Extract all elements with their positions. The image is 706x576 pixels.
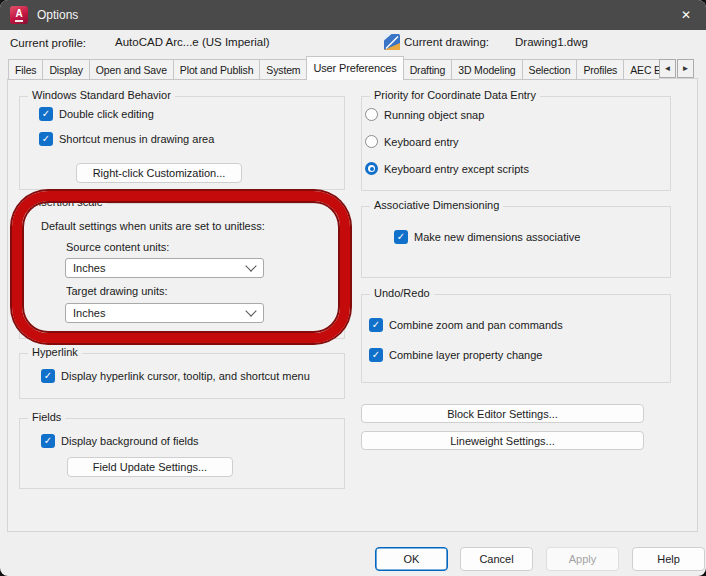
insertion-scale-description: Default settings when units are set to u… xyxy=(41,220,265,232)
arrow-right-icon: ► xyxy=(682,64,690,73)
chevron-down-icon xyxy=(245,305,256,316)
checkbox-make-new-dimensions-associative[interactable]: ✓ xyxy=(394,230,408,244)
group-title-priority: Priority for Coordinate Data Entry xyxy=(370,89,540,101)
source-content-units-label: Source content units: xyxy=(66,241,169,253)
checkbox-combine-zoom-pan[interactable]: ✓ xyxy=(369,318,383,332)
chevron-down-icon xyxy=(245,260,256,271)
tab-selection[interactable]: Selection xyxy=(522,59,578,80)
autocad-logo-underline xyxy=(15,20,23,22)
checkbox-row-make-new-dimensions-associative[interactable]: ✓ Make new dimensions associative xyxy=(394,230,580,244)
ok-button[interactable]: OK xyxy=(375,547,448,571)
tab-scroll-right-button[interactable]: ► xyxy=(677,59,694,78)
select-value: Inches xyxy=(73,262,105,274)
tab-files[interactable]: Files xyxy=(8,59,43,80)
tab-open-and-save[interactable]: Open and Save xyxy=(89,59,174,80)
group-fields: Fields xyxy=(19,418,345,489)
drawing-file-icon xyxy=(384,34,400,50)
checkbox-row-combine-zoom-pan[interactable]: ✓ Combine zoom and pan commands xyxy=(369,318,563,332)
tab-drafting[interactable]: Drafting xyxy=(403,59,453,80)
cancel-button[interactable]: Cancel xyxy=(460,547,533,571)
checkbox-hyperlink-cursor[interactable]: ✓ xyxy=(41,369,55,383)
checkbox-display-background-of-fields[interactable]: ✓ xyxy=(41,434,55,448)
radio-row-running-object-snap[interactable]: Running object snap xyxy=(365,108,484,121)
group-undo-redo: Undo/Redo xyxy=(361,294,671,383)
check-icon: ✓ xyxy=(372,350,380,360)
radio-row-keyboard-entry-except-scripts[interactable]: Keyboard entry except scripts xyxy=(365,162,529,175)
checkbox-row-combine-layer-property[interactable]: ✓ Combine layer property change xyxy=(369,348,542,362)
group-title-insertion-scale: Insertion scale xyxy=(28,196,107,208)
radio-keyboard-entry-except-scripts[interactable] xyxy=(365,162,378,175)
title-bar: A Options ✕ xyxy=(0,0,706,30)
checkbox-label: Combine layer property change xyxy=(389,349,542,361)
radio-label: Keyboard entry except scripts xyxy=(384,163,529,175)
tab-display[interactable]: Display xyxy=(42,59,89,80)
current-profile-label: Current profile: xyxy=(10,37,86,49)
checkbox-label: Combine zoom and pan commands xyxy=(389,319,563,331)
check-icon: ✓ xyxy=(44,371,52,381)
tab-aec-editor[interactable]: AEC E xyxy=(623,59,659,80)
check-icon: ✓ xyxy=(42,109,50,119)
checkbox-row-shortcut-menus[interactable]: ✓ Shortcut menus in drawing area xyxy=(39,132,214,146)
apply-button[interactable]: Apply xyxy=(546,547,619,571)
radio-keyboard-entry[interactable] xyxy=(365,135,378,148)
current-drawing-value: Drawing1.dwg xyxy=(515,36,588,48)
radio-dot xyxy=(370,167,374,171)
checkbox-shortcut-menus[interactable]: ✓ xyxy=(39,132,53,146)
tab-plot-and-publish[interactable]: Plot and Publish xyxy=(173,59,260,80)
group-title-fields: Fields xyxy=(28,411,65,423)
check-icon: ✓ xyxy=(397,232,405,242)
radio-label: Running object snap xyxy=(384,109,484,121)
current-drawing-label: Current drawing: xyxy=(404,36,489,48)
checkbox-label: Double click editing xyxy=(59,108,154,120)
tab-strip: Files Display Open and Save Plot and Pub… xyxy=(7,56,659,80)
checkbox-row-hyperlink-cursor[interactable]: ✓ Display hyperlink cursor, tooltip, and… xyxy=(41,369,310,383)
checkbox-double-click-editing[interactable]: ✓ xyxy=(39,107,53,121)
target-drawing-units-select[interactable]: Inches xyxy=(65,303,264,323)
select-value: Inches xyxy=(73,307,105,319)
current-profile-value: AutoCAD Arc...e (US Imperial) xyxy=(115,36,270,48)
autocad-logo-icon: A xyxy=(10,6,28,24)
group-title-associative-dimensioning: Associative Dimensioning xyxy=(370,199,503,211)
checkbox-row-display-background-of-fields[interactable]: ✓ Display background of fields xyxy=(41,434,199,448)
tab-user-preferences[interactable]: User Preferences xyxy=(306,56,403,80)
checkbox-label: Display background of fields xyxy=(61,435,199,447)
lineweight-settings-button[interactable]: Lineweight Settings... xyxy=(361,431,644,450)
help-button[interactable]: Help xyxy=(632,547,705,571)
tab-profiles[interactable]: Profiles xyxy=(576,59,624,80)
group-title-undo-redo: Undo/Redo xyxy=(370,287,434,299)
radio-label: Keyboard entry xyxy=(384,136,459,148)
checkbox-row-double-click-editing[interactable]: ✓ Double click editing xyxy=(39,107,154,121)
check-icon: ✓ xyxy=(44,436,52,446)
source-content-units-select[interactable]: Inches xyxy=(65,258,264,278)
field-update-settings-button[interactable]: Field Update Settings... xyxy=(67,457,233,477)
tab-3d-modeling[interactable]: 3D Modeling xyxy=(451,59,522,80)
checkbox-combine-layer-property[interactable]: ✓ xyxy=(369,348,383,362)
arrow-left-icon: ◄ xyxy=(664,64,672,73)
tab-scroll-left-button[interactable]: ◄ xyxy=(659,59,676,78)
autocad-logo-letter: A xyxy=(15,9,22,19)
check-icon: ✓ xyxy=(372,320,380,330)
checkbox-label: Display hyperlink cursor, tooltip, and s… xyxy=(61,370,310,382)
user-preferences-page: Windows Standard Behavior ✓ Double click… xyxy=(7,78,698,532)
options-dialog: A Options ✕ Current profile: AutoCAD Arc… xyxy=(0,0,706,576)
right-click-customization-button[interactable]: Right-click Customization... xyxy=(76,163,242,183)
group-title-windows-standard-behavior: Windows Standard Behavior xyxy=(28,89,175,101)
close-icon[interactable]: ✕ xyxy=(678,7,694,23)
check-icon: ✓ xyxy=(42,134,50,144)
tab-system[interactable]: System xyxy=(259,59,307,80)
window-title: Options xyxy=(37,8,78,22)
checkbox-label: Shortcut menus in drawing area xyxy=(59,133,214,145)
checkbox-label: Make new dimensions associative xyxy=(414,231,580,243)
radio-running-object-snap[interactable] xyxy=(365,108,378,121)
block-editor-settings-button[interactable]: Block Editor Settings... xyxy=(361,404,644,423)
radio-row-keyboard-entry[interactable]: Keyboard entry xyxy=(365,135,459,148)
group-title-hyperlink: Hyperlink xyxy=(28,346,82,358)
target-drawing-units-label: Target drawing units: xyxy=(66,285,168,297)
